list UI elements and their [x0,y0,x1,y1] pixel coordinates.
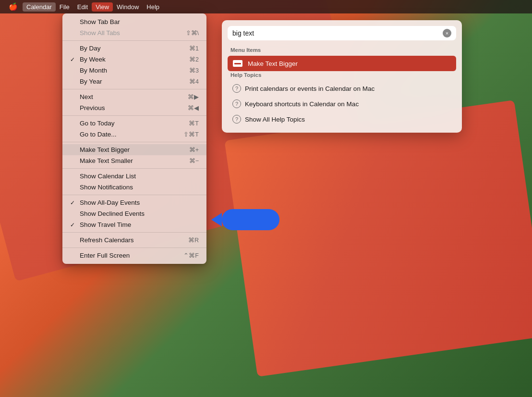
separator-5 [62,168,206,169]
help-result-make-text-bigger[interactable]: Make Text Bigger [228,56,456,71]
help-circle-icon-1: ? [232,84,241,93]
menubar-calendar[interactable]: Calendar [23,2,56,12]
menubar: 🍎 Calendar File Edit View Window Help [0,0,532,13]
separator-3 [62,115,206,116]
separator-4 [62,142,206,142]
menu-make-text-bigger[interactable]: Make Text Bigger ⌘+ [62,144,206,155]
menu-icon [232,60,243,67]
view-menu-dropdown: Show Tab Bar Show All Tabs ⇧⌘\ By Day ⌘1… [62,13,206,264]
menu-make-text-smaller[interactable]: Make Text Smaller ⌘− [62,155,206,166]
help-topics-section-label: Help Topics [228,71,456,81]
menu-previous[interactable]: Previous ⌘◀ [62,102,206,113]
menu-by-day[interactable]: By Day ⌘1 [62,43,206,54]
menu-items-section-label: Menu Items [228,46,456,56]
menubar-help[interactable]: Help [143,2,163,12]
menu-by-month[interactable]: By Month ⌘3 [62,65,206,76]
help-circle-icon-3: ? [232,115,241,124]
menu-show-tab-bar[interactable]: Show Tab Bar [62,16,206,27]
menubar-edit[interactable]: Edit [73,2,92,12]
menu-show-calendar-list[interactable]: Show Calendar List [62,171,206,182]
menu-show-declined-events[interactable]: Show Declined Events [62,208,206,219]
separator-8 [62,248,206,248]
menubar-file[interactable]: File [56,2,73,12]
menu-by-year[interactable]: By Year ⌘4 [62,76,206,87]
blue-arrow-shape [222,209,279,230]
menu-show-travel-time[interactable]: ✓Show Travel Time [62,219,206,230]
menu-go-to-today[interactable]: Go to Today ⌘T [62,118,206,129]
menu-show-all-tabs: Show All Tabs ⇧⌘\ [62,27,206,38]
menu-go-to-date[interactable]: Go to Date... ⇧⌘T [62,129,206,140]
menu-next[interactable]: Next ⌘▶ [62,91,206,102]
separator-7 [62,232,206,233]
menubar-window[interactable]: Window [113,2,143,12]
menu-refresh-calendars[interactable]: Refresh Calendars ⌘R [62,235,206,246]
help-topic-keyboard-shortcuts[interactable]: ? Keyboard shortcuts in Calendar on Mac [228,96,456,112]
search-clear-button[interactable]: × [443,29,451,37]
menu-show-all-day-events[interactable]: ✓Show All-Day Events [62,197,206,208]
menubar-view[interactable]: View [92,2,113,12]
help-search-popup: × Menu Items Make Text Bigger Help Topic… [222,20,462,133]
help-topic-print-calendars[interactable]: ? Print calendars or events in Calendar … [228,81,456,96]
separator-6 [62,195,206,195]
separator-1 [62,40,206,41]
search-input[interactable] [232,29,439,37]
menu-by-week[interactable]: ✓By Week ⌘2 [62,54,206,65]
search-bar: × [228,26,456,40]
separator-2 [62,89,206,89]
apple-menu[interactable]: 🍎 [4,1,23,12]
menu-enter-full-screen[interactable]: Enter Full Screen ⌃⌘F [62,250,206,261]
help-topic-show-all-help[interactable]: ? Show All Help Topics [228,112,456,127]
blue-arrow-pointer [222,209,279,230]
menu-show-notifications[interactable]: Show Notifications [62,182,206,193]
help-circle-icon-2: ? [232,99,241,108]
